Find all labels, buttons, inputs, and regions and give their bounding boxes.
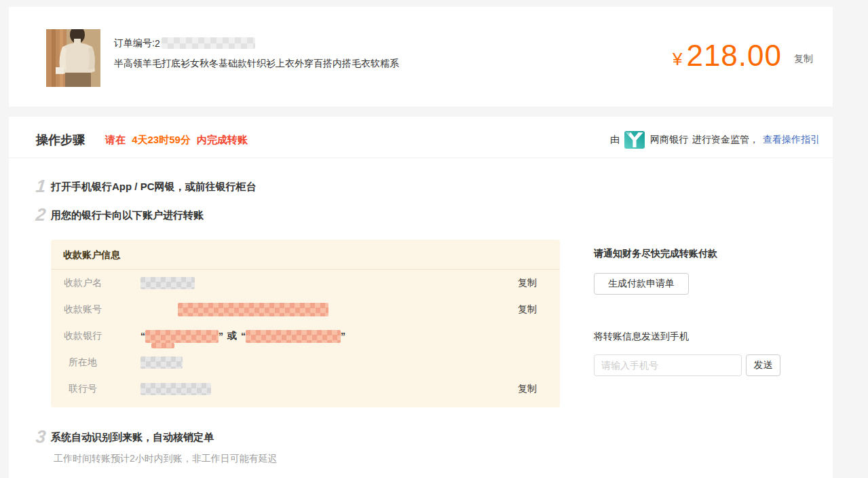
price-block: ¥ 218.00 复制	[673, 39, 813, 73]
account-row-value	[140, 277, 195, 289]
supervision-bank-name: 网商银行	[650, 134, 688, 146]
payment-page: 订单编号:2 半高领羊毛打底衫女秋冬基础款针织衫上衣外穿百搭内搭毛衣软糯系 ¥ …	[9, 7, 833, 478]
steps-title: 操作步骤	[36, 132, 85, 148]
deadline-text: 请在 4天23时59分 内完成转账	[105, 134, 248, 147]
product-title: 半高领羊毛打底衫女秋冬基础款针织衫上衣外穿百搭内搭毛衣软糯系	[114, 58, 673, 70]
bank-name-redaction-1	[145, 330, 219, 343]
account-row-value	[140, 356, 183, 369]
order-number-prefix: 2	[155, 38, 160, 49]
step-2-body: 收款账户信息 收款户名 复制 收款账号 复制	[51, 240, 833, 407]
step-3-text: 系统自动识别到来账，自动核销定单	[51, 429, 214, 444]
step-2: 2 用您的银行卡向以下账户进行转账	[36, 207, 833, 222]
steps-card: 操作步骤 请在 4天23时59分 内完成转账 由	[9, 117, 833, 478]
order-summary-card: 订单编号:2 半高领羊毛打底衫女秋冬基础款针织衫上衣外穿百搭内搭毛衣软糯系 ¥ …	[9, 7, 833, 107]
order-info: 订单编号:2 半高领羊毛打底衫女秋冬基础款针织衫上衣外穿百搭内搭毛衣软糯系	[100, 29, 673, 70]
step-1: 1 打开手机银行App / PC网银，或前往银行柜台	[36, 179, 833, 194]
mybank-logo-icon	[624, 131, 645, 149]
product-image[interactable]	[46, 29, 100, 87]
account-row-value	[140, 383, 211, 395]
steps-body: 1 打开手机银行App / PC网银，或前往银行柜台 2 用您的银行卡向以下账户…	[9, 158, 833, 465]
account-row-label: 收款银行	[64, 330, 102, 342]
account-box-title: 收款账户信息	[51, 240, 560, 270]
supervision-middle: 进行资金监管，	[692, 134, 759, 146]
cnaps-redaction	[140, 383, 211, 395]
account-row-label: 所在地	[64, 356, 102, 369]
step-3-number: 3	[35, 429, 52, 444]
deadline-countdown: 4天23时59分	[128, 134, 194, 145]
view-guide-link[interactable]: 查看操作指引	[763, 134, 820, 146]
step-3: 3 系统自动识别到来账，自动核销定单	[36, 429, 833, 444]
bank-name-redaction-2	[246, 330, 341, 343]
phone-number-input[interactable]	[594, 354, 742, 376]
copy-cnaps-button[interactable]: 复制	[518, 383, 537, 395]
product-image-art	[46, 29, 100, 87]
copy-account-number-button[interactable]: 复制	[518, 304, 537, 316]
send-sms-button[interactable]: 发送	[746, 354, 780, 376]
side-panel: 请通知财务尽快完成转账付款 生成付款申请单 将转账信息发送到手机 发送	[594, 240, 780, 376]
location-redaction	[140, 356, 183, 369]
step-2-number: 2	[35, 207, 52, 222]
steps-header: 操作步骤 请在 4天23时59分 内完成转账 由	[9, 117, 833, 158]
holder-name-redaction	[140, 277, 195, 289]
copy-holder-name-button[interactable]: 复制	[518, 277, 537, 289]
or-word: 或	[223, 330, 241, 342]
beneficiary-account-box: 收款账户信息 收款户名 复制 收款账号 复制	[51, 240, 560, 407]
order-number-redaction	[162, 37, 255, 49]
copy-price-button[interactable]: 复制	[794, 53, 813, 65]
account-row-label: 联行号	[64, 383, 102, 395]
account-row-holder-name: 收款户名 复制	[51, 270, 560, 296]
currency-symbol: ¥	[673, 49, 682, 70]
supervision-prefix: 由	[610, 134, 620, 146]
account-row-account-number: 收款账号 复制	[51, 297, 560, 323]
quote-close: ”	[219, 331, 223, 342]
account-row-label: 收款户名	[64, 277, 102, 289]
notify-finance-text: 请通知财务尽快完成转账付款	[594, 248, 780, 260]
supervision-note: 由 网商银行 进行资金监管， 查看操作指引	[610, 131, 820, 149]
sms-input-row: 发送	[594, 354, 780, 376]
account-row-bank: 收款银行 “ ” 或 “ ”	[51, 323, 560, 349]
order-number-label: 订单编号:	[114, 37, 155, 50]
price-amount: 218.00	[686, 39, 782, 73]
quote-open: “	[140, 331, 145, 342]
account-row-cnaps: 联行号 复制	[51, 376, 560, 402]
order-number-line: 订单编号:2	[114, 37, 673, 49]
account-row-label: 收款账号	[64, 304, 102, 316]
account-row-value	[140, 303, 328, 316]
bank-name-redaction-fragment	[151, 343, 174, 348]
account-row-location: 所在地	[51, 350, 560, 375]
step-1-text: 打开手机银行App / PC网银，或前往银行柜台	[51, 179, 257, 194]
generate-payment-request-button[interactable]: 生成付款申请单	[594, 273, 689, 295]
step-3-note: 工作时间转账预计2小时内到账，非工作日可能有延迟	[54, 453, 833, 465]
sms-instruction-text: 将转账信息发送到手机	[594, 331, 780, 343]
step-1-number: 1	[35, 179, 52, 194]
deadline-suffix: 内完成转账	[197, 134, 248, 145]
deadline-prefix: 请在	[105, 134, 126, 145]
account-number-redaction	[178, 303, 328, 316]
quote-open: “	[241, 331, 246, 342]
account-row-value: “ ” 或 “ ”	[140, 330, 345, 343]
quote-close: ”	[341, 331, 345, 342]
steps-header-left: 操作步骤 请在 4天23时59分 内完成转账	[36, 132, 248, 148]
step-2-text: 用您的银行卡向以下账户进行转账	[51, 207, 204, 222]
